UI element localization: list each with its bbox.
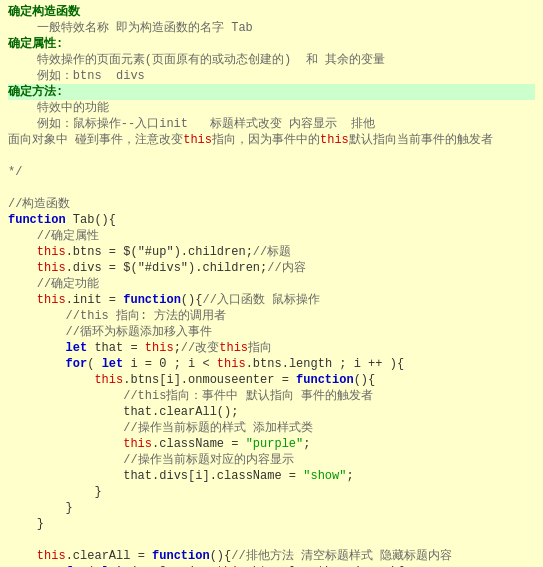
- line: }: [8, 484, 535, 500]
- line: this.clearAll = function(){//排他方法 清空标题样式…: [8, 548, 535, 564]
- line: for( let i = 0 ; i < this.btns.length ; …: [8, 356, 535, 372]
- line: this.btns[i].onmouseenter = function(){: [8, 372, 535, 388]
- line: }: [8, 500, 535, 516]
- line: //确定属性: [8, 228, 535, 244]
- line: //确定功能: [8, 276, 535, 292]
- line: 确定构造函数: [8, 4, 535, 20]
- line: [8, 180, 535, 196]
- code-container: 确定构造函数 一般特效名称 即为构造函数的名字 Tab确定属性: 特效操作的页面…: [0, 0, 543, 567]
- line: this.className = "purple";: [8, 436, 535, 452]
- line: //this指向：事件中 默认指向 事件的触发者: [8, 388, 535, 404]
- line: */: [8, 164, 535, 180]
- line: that.divs[i].className = "show";: [8, 468, 535, 484]
- line: 确定方法:: [8, 84, 535, 100]
- line: //this 指向: 方法的调用者: [8, 308, 535, 324]
- line: //操作当前标题对应的内容显示: [8, 452, 535, 468]
- line: 特效中的功能: [8, 100, 535, 116]
- line: 确定属性:: [8, 36, 535, 52]
- line: this.divs = $("#divs").children;//内容: [8, 260, 535, 276]
- line: [8, 148, 535, 164]
- line: function Tab(){: [8, 212, 535, 228]
- line: //构造函数: [8, 196, 535, 212]
- line: let that = this;//改变this指向: [8, 340, 535, 356]
- line: 面向对象中 碰到事件，注意改变this指向，因为事件中的this默认指向当前事件…: [8, 132, 535, 148]
- line: that.clearAll();: [8, 404, 535, 420]
- line: [8, 532, 535, 548]
- line: 例如：鼠标操作--入口init 标题样式改变 内容显示 排他: [8, 116, 535, 132]
- line: //操作当前标题的样式 添加样式类: [8, 420, 535, 436]
- line: 一般特效名称 即为构造函数的名字 Tab: [8, 20, 535, 36]
- line: }: [8, 516, 535, 532]
- line: this.btns = $("#up").children;//标题: [8, 244, 535, 260]
- line: this.init = function(){//入口函数 鼠标操作: [8, 292, 535, 308]
- line: 例如：btns divs: [8, 68, 535, 84]
- line: 特效操作的页面元素(页面原有的或动态创建的) 和 其余的变量: [8, 52, 535, 68]
- line: //循环为标题添加移入事件: [8, 324, 535, 340]
- code-lines: 确定构造函数 一般特效名称 即为构造函数的名字 Tab确定属性: 特效操作的页面…: [8, 4, 535, 567]
